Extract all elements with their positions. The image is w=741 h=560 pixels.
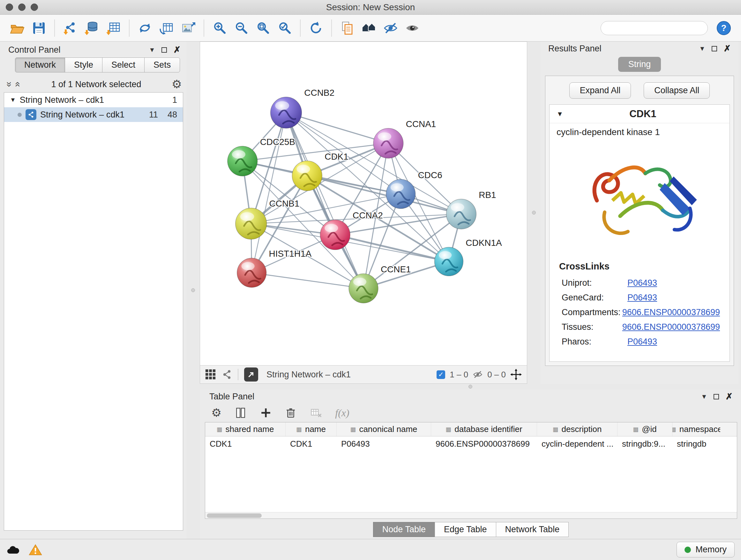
collapse-panel-icon[interactable]: ▼: [701, 393, 708, 400]
home-button[interactable]: [359, 18, 379, 38]
help-button[interactable]: ?: [714, 18, 734, 38]
table-row[interactable]: CDK1 CDK1 P06493 9606.ENSP00000378699 cy…: [205, 436, 737, 451]
left-splitter[interactable]: [186, 42, 200, 539]
crosslinks-section: CrossLinks Uniprot: P06493 GeneCard: P06…: [549, 252, 730, 349]
network-share-icon[interactable]: [222, 369, 232, 380]
column-header-description[interactable]: ▦description: [537, 422, 617, 436]
expand-all-icon[interactable]: «: [13, 82, 23, 87]
add-column-plus-icon[interactable]: [260, 407, 272, 419]
delete-column-trash-icon[interactable]: [285, 407, 297, 419]
show-columns-icon[interactable]: [234, 407, 247, 419]
birdseye-view-button[interactable]: [244, 368, 258, 381]
tab-node-table[interactable]: Node Table: [373, 522, 435, 537]
maximize-window-button[interactable]: [30, 3, 38, 11]
zoom-selected-button[interactable]: [274, 18, 295, 38]
network-node-HIST1H1A[interactable]: HIST1H1A: [237, 249, 312, 287]
open-folder-icon: [10, 20, 25, 36]
node-label-CCNA1: CCNA1: [406, 119, 436, 129]
tab-network[interactable]: Network: [15, 57, 65, 72]
collapse-all-button[interactable]: Collapse All: [644, 82, 710, 99]
network-options-gear-icon[interactable]: ⚙: [172, 78, 182, 90]
memory-button[interactable]: Memory: [677, 542, 735, 557]
cycle-network-button[interactable]: [135, 18, 155, 38]
column-header-canonical-name[interactable]: ▦canonical name: [337, 422, 431, 436]
edge-HIST1H1A-CCNE1[interactable]: [252, 273, 363, 288]
show-graphics-button[interactable]: [402, 18, 422, 38]
genecard-link[interactable]: P06493: [627, 293, 657, 303]
edge-CCNB2-CCNA1[interactable]: [286, 113, 388, 143]
column-header-name[interactable]: ▦name: [286, 422, 337, 436]
cloud-icon[interactable]: [6, 544, 20, 555]
network-node-CDKN1A[interactable]: CDKN1A: [434, 238, 502, 276]
network-from-table-button[interactable]: [156, 18, 177, 38]
table-horizontal-scrollbar[interactable]: [205, 512, 737, 518]
network-canvas[interactable]: CCNB2CCNA1CDC25BCDK1CDC6RB1CCNB1CCNA2CDK…: [200, 42, 527, 365]
refresh-network-button[interactable]: [306, 18, 326, 38]
import-network-from-database-button[interactable]: [82, 18, 102, 38]
column-header-id[interactable]: ▦@id: [617, 422, 672, 436]
tab-style[interactable]: Style: [65, 57, 103, 72]
tissues-link[interactable]: 9606.ENSP00000378699: [622, 322, 720, 332]
hide-unhide-button[interactable]: [381, 18, 401, 38]
hidden-eye-icon[interactable]: [473, 369, 483, 380]
tab-sets[interactable]: Sets: [144, 57, 180, 72]
disclosure-triangle-icon[interactable]: ▼: [10, 97, 16, 104]
expand-all-button[interactable]: Expand All: [569, 82, 631, 99]
footer-separator: [238, 369, 239, 380]
warning-icon[interactable]: [29, 543, 42, 556]
import-table-from-file-button[interactable]: [104, 18, 124, 38]
collapse-panel-icon[interactable]: ▼: [699, 45, 705, 52]
pan-move-icon[interactable]: [510, 369, 522, 380]
collection-count: 1: [172, 95, 177, 105]
column-header-namespace[interactable]: ▦namespace: [672, 422, 720, 436]
network-node-RB1[interactable]: RB1: [446, 190, 496, 229]
float-panel-icon[interactable]: [712, 46, 717, 51]
column-header-database-identifier[interactable]: ▦database identifier: [431, 422, 537, 436]
tab-network-table[interactable]: Network Table: [496, 522, 569, 537]
table-header-row: ▦shared name ▦name ▦canonical name ▦data…: [205, 422, 737, 436]
zoom-fit-button[interactable]: [253, 18, 273, 38]
close-window-button[interactable]: [6, 3, 13, 11]
tab-select[interactable]: Select: [102, 57, 145, 72]
export-image-button[interactable]: [178, 18, 199, 38]
network-collection-row[interactable]: ▼ String Network – cdk1 1: [4, 92, 183, 107]
close-panel-icon[interactable]: ✗: [173, 46, 181, 54]
pharos-link[interactable]: P06493: [627, 337, 657, 347]
open-session-button[interactable]: [7, 18, 27, 38]
document-copy-button[interactable]: [337, 18, 357, 38]
network-row[interactable]: String Network – cdk1 11 48: [4, 107, 183, 122]
edge-CCNA2-CDKN1A[interactable]: [335, 235, 449, 261]
import-network-from-file-button[interactable]: [60, 18, 80, 38]
collapse-panel-icon[interactable]: ▼: [149, 46, 155, 54]
network-node-CCNA1[interactable]: CCNA1: [374, 119, 436, 159]
tab-edge-table[interactable]: Edge Table: [434, 522, 496, 537]
splitter-handle[interactable]: [191, 288, 195, 292]
grid-view-icon[interactable]: [205, 369, 216, 380]
splitter-handle[interactable]: [532, 211, 536, 214]
compartments-link[interactable]: 9606.ENSP00000378699: [622, 307, 720, 317]
minimize-window-button[interactable]: [18, 3, 25, 11]
node-label-HIST1H1A: HIST1H1A: [269, 249, 312, 259]
close-panel-icon[interactable]: ✗: [725, 392, 733, 401]
column-header-shared-name[interactable]: ▦shared name: [205, 422, 286, 436]
disclosure-triangle-icon[interactable]: ▼: [556, 110, 563, 118]
search-input[interactable]: [609, 23, 716, 33]
selected-checkbox-icon[interactable]: ✓: [436, 370, 445, 379]
network-graph[interactable]: CCNB2CCNA1CDC25BCDK1CDC6RB1CCNB1CCNA2CDK…: [200, 42, 527, 365]
protein-section-header[interactable]: ▼ CDK1: [549, 105, 730, 123]
float-panel-icon[interactable]: [161, 47, 167, 53]
node-label-CCNA2: CCNA2: [353, 210, 383, 220]
zoom-out-button[interactable]: [231, 18, 252, 38]
float-panel-icon[interactable]: [714, 394, 719, 399]
splitter-handle[interactable]: [468, 385, 472, 388]
close-panel-icon[interactable]: ✗: [724, 44, 731, 53]
right-splitter[interactable]: [527, 42, 541, 384]
save-session-button[interactable]: [29, 18, 49, 38]
uniprot-link[interactable]: P06493: [627, 278, 657, 288]
node-label-CCNB1: CCNB1: [269, 199, 300, 208]
tab-string[interactable]: String: [618, 57, 661, 72]
horizontal-splitter[interactable]: [200, 384, 741, 389]
table-settings-gear-icon[interactable]: ⚙: [211, 407, 221, 419]
zoom-in-button[interactable]: [209, 18, 230, 38]
scrollbar-thumb[interactable]: [207, 513, 262, 518]
